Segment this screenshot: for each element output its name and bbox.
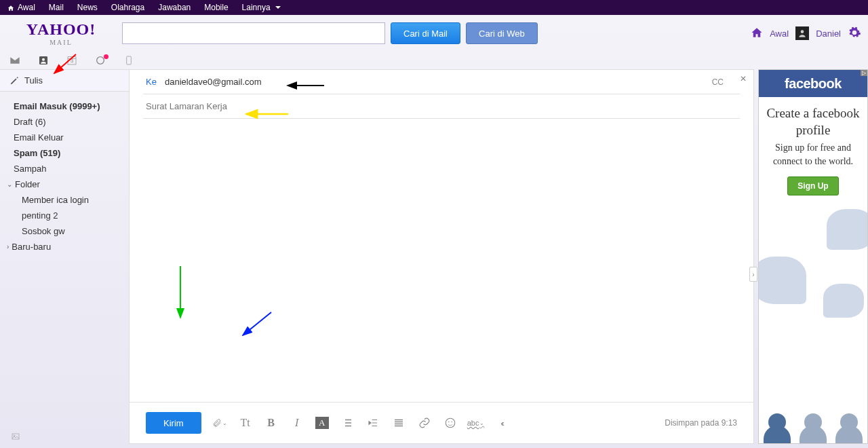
svg-point-0: [801, 30, 804, 33]
user-name[interactable]: Daniel: [816, 29, 841, 39]
compose-header: ✕ Ke danieldave0@gmail.com CC Surat Lama…: [130, 70, 753, 119]
header: YAHOO! MAIL Cari di Mail Cari di Web Awa…: [0, 15, 868, 52]
mail-icon[interactable]: [8, 54, 22, 67]
compose-pane: ✕ Ke danieldave0@gmail.com CC Surat Lama…: [129, 69, 754, 444]
ad-brand: facebook: [785, 76, 842, 92]
compose-toolbar: Kirim ⌄ Tt B I A abc⌄ ‹‹ Disimpan pada 9…: [130, 402, 753, 443]
facebook-ad[interactable]: ▷ facebook Create a facebook profile Sig…: [758, 69, 868, 444]
svg-point-7: [446, 418, 455, 428]
highlight-icon[interactable]: A: [315, 417, 329, 429]
gear-icon[interactable]: [848, 26, 861, 41]
svg-rect-15: [12, 434, 19, 439]
pencil-icon: [9, 76, 19, 86]
font-icon[interactable]: Tt: [238, 415, 253, 430]
spellcheck-icon[interactable]: abc⌄: [469, 415, 484, 430]
collapse-toolbar-icon[interactable]: ‹‹: [494, 415, 509, 430]
ad-signup-button[interactable]: Sign Up: [787, 176, 838, 195]
folder-custom-3[interactable]: Sosbok gw: [0, 223, 129, 239]
chevron-down-icon: ⌄: [479, 420, 484, 426]
recent-label: Baru-baru: [12, 242, 51, 252]
ad-artwork: [759, 195, 867, 443]
panel-collapse-handle[interactable]: ›: [749, 267, 757, 282]
folder-draft[interactable]: Draft (6): [0, 114, 129, 130]
compose-body[interactable]: [130, 119, 753, 402]
nav-more[interactable]: Lainnya: [242, 3, 281, 12]
folder-group-label: Folder: [15, 179, 40, 189]
home-label[interactable]: Awal: [770, 29, 789, 39]
folder-sent[interactable]: Email Keluar: [0, 130, 129, 145]
nav-home-label: Awal: [18, 3, 35, 12]
folder-spam[interactable]: Spam (519): [0, 145, 129, 161]
ad-subtext: Sign up for free and connect to the worl…: [759, 141, 867, 176]
chevron-right-icon: ›: [7, 243, 9, 250]
nav-answers[interactable]: Jawaban: [158, 3, 191, 12]
to-field[interactable]: Ke danieldave0@gmail.com CC: [130, 70, 753, 94]
home-icon[interactable]: [751, 26, 763, 41]
user-area: Awal Daniel: [751, 26, 861, 41]
nav-sports[interactable]: Olahraga: [111, 3, 144, 12]
divider: [143, 118, 740, 119]
image-icon[interactable]: [11, 432, 20, 443]
calendar-day: 3: [65, 58, 79, 64]
notepad-icon[interactable]: [94, 54, 107, 67]
logo[interactable]: YAHOO! MAIL: [0, 20, 122, 46]
avatar[interactable]: [795, 26, 809, 40]
search-mail-button[interactable]: Cari di Mail: [391, 22, 460, 44]
chevron-down-icon: ⌄: [222, 420, 227, 426]
align-icon[interactable]: [391, 415, 406, 430]
folder-custom-1[interactable]: Member ica login: [0, 192, 129, 208]
link-icon[interactable]: [417, 415, 432, 430]
emoji-icon[interactable]: [443, 415, 458, 430]
ad-header: facebook: [759, 70, 867, 97]
subject-field[interactable]: Surat Lamaran Kerja: [130, 94, 753, 118]
global-nav: Awal Mail News Olahraga Jawaban Mobile L…: [0, 0, 868, 15]
saved-status: Disimpan pada 9:13: [665, 418, 737, 428]
ad-badge: ▷: [861, 70, 867, 76]
to-label: Ke: [146, 77, 165, 87]
ad-headline: Create a facebook profile: [759, 97, 867, 141]
nav-mail[interactable]: Mail: [49, 3, 64, 12]
send-button[interactable]: Kirim: [146, 412, 201, 434]
logo-brand: YAHOO!: [0, 20, 122, 39]
svg-point-5: [97, 57, 104, 64]
svg-point-2: [42, 58, 45, 61]
notification-dot: [104, 54, 108, 59]
attach-icon[interactable]: ⌄: [212, 415, 227, 430]
svg-rect-6: [127, 56, 132, 64]
folder-custom-2[interactable]: penting 2: [0, 208, 129, 223]
nav-home[interactable]: Awal: [7, 3, 35, 12]
chevron-down-icon: ⌄: [7, 181, 12, 188]
folder-inbox[interactable]: Email Masuk (9999+): [0, 98, 129, 114]
main: Tulis Email Masuk (9999+) Draft (6) Emai…: [0, 69, 868, 448]
cc-toggle[interactable]: CC: [712, 77, 724, 87]
indent-icon[interactable]: [366, 415, 380, 430]
folder-trash[interactable]: Sampah: [0, 161, 129, 176]
search-input[interactable]: [122, 22, 385, 44]
app-switcher: 3: [0, 52, 868, 69]
logo-product: MAIL: [0, 39, 122, 46]
mobile-icon[interactable]: [122, 54, 136, 67]
to-value: danieldave0@gmail.com: [165, 77, 712, 87]
folder-toggle[interactable]: ⌄Folder: [0, 176, 129, 192]
sidebar: Tulis Email Masuk (9999+) Draft (6) Emai…: [0, 69, 129, 448]
italic-icon[interactable]: I: [290, 415, 304, 430]
bold-icon[interactable]: B: [264, 415, 279, 430]
close-icon[interactable]: ✕: [740, 74, 747, 83]
svg-point-9: [451, 422, 452, 423]
search-web-button[interactable]: Cari di Web: [466, 22, 538, 44]
list-icon[interactable]: [340, 415, 355, 430]
svg-point-8: [448, 422, 450, 423]
recent-toggle[interactable]: ›Baru-baru: [0, 239, 129, 255]
calendar-icon[interactable]: 3: [65, 54, 79, 67]
contacts-icon[interactable]: [37, 54, 50, 67]
compose-label: Tulis: [24, 75, 43, 86]
compose-button[interactable]: Tulis: [0, 69, 129, 92]
nav-news[interactable]: News: [77, 3, 98, 12]
home-icon: [7, 4, 15, 11]
folder-list: Email Masuk (9999+) Draft (6) Email Kelu…: [0, 92, 129, 261]
nav-mobile[interactable]: Mobile: [204, 3, 228, 12]
